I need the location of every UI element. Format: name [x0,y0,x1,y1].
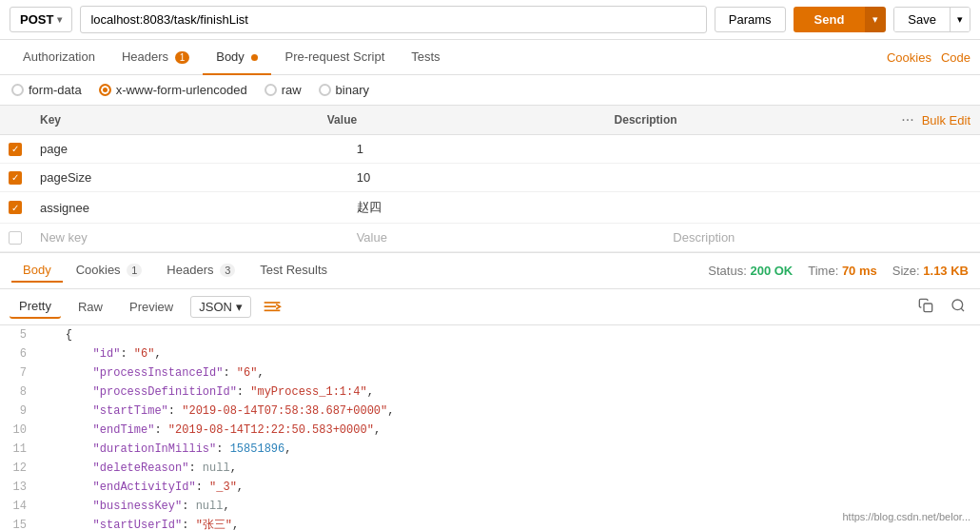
wrap-lines-icon[interactable] [263,299,282,316]
code-line: 10 "endTime": "2019-08-14T12:22:50.583+0… [0,421,980,440]
json-null: null [196,500,224,513]
format-tab-pretty[interactable]: Pretty [10,295,61,319]
row1-key[interactable]: page [30,135,347,163]
svg-line-5 [961,308,964,311]
row3-key[interactable]: assignee [30,194,347,222]
row3-checkbox[interactable]: ✓ [0,194,30,221]
json-plain: , [232,519,239,530]
row2-description[interactable] [663,171,980,185]
raw-radio-circle [265,84,277,96]
save-dropdown-button[interactable]: ▾ [950,8,970,31]
json-key: "processDefinitionId" [38,385,237,399]
row1-value[interactable]: 1 [347,135,664,163]
json-plain: , [374,423,381,437]
binary-radio[interactable]: binary [319,83,369,97]
code-link[interactable]: Code [941,50,970,65]
json-label: JSON [199,300,232,314]
code-line: 13 "endActivityId": "_3", [0,478,980,497]
search-button[interactable] [946,296,970,319]
send-dropdown-button[interactable]: ▾ [865,7,886,32]
bulk-edit-button[interactable]: Bulk Edit [922,113,970,128]
tab-tests[interactable]: Tests [398,40,453,75]
json-plain: { [38,328,72,342]
table-row: ✓ assignee 赵四 [0,192,980,224]
copy-button[interactable] [913,296,938,319]
save-button[interactable]: Save [894,8,950,31]
resp-tab-cookies[interactable]: Cookies 1 [65,259,154,283]
line-number: 11 [0,440,38,459]
row2-value[interactable]: 10 [347,164,664,191]
tab-authorization[interactable]: Authorization [10,40,108,75]
urlencoded-radio[interactable]: x-www-form-urlencoded [99,83,247,97]
line-number: 15 [0,516,38,530]
resp-tab-test-results[interactable]: Test Results [248,259,339,283]
description-header: Description [605,111,892,128]
time-value: 70 ms [842,264,877,278]
method-chevron-icon: ▾ [57,14,62,25]
row1-checkbox[interactable]: ✓ [0,136,30,163]
tab-prerequest[interactable]: Pre-request Script [271,40,398,75]
size-value: 1.13 KB [923,264,969,278]
line-content: "processDefinitionId": "myProcess_1:1:4"… [38,383,980,402]
json-plain: : [154,423,167,437]
cookies-link[interactable]: Cookies [887,50,931,65]
line-number: 14 [0,497,38,516]
tab-headers[interactable]: Headers 1 [108,40,203,75]
more-options-icon[interactable]: ··· [901,111,913,128]
format-tab-preview[interactable]: Preview [120,296,183,318]
form-data-radio[interactable]: form-data [11,83,82,97]
row2-key[interactable]: pageSize [30,164,347,191]
new-key-input[interactable]: New key [30,224,347,251]
code-line: 9 "startTime": "2019-08-14T07:58:38.687+… [0,402,980,421]
line-content: "startTime": "2019-08-14T07:58:38.687+00… [38,402,980,421]
method-button[interactable]: POST ▾ [10,7,72,32]
raw-radio[interactable]: raw [265,83,302,97]
url-input[interactable] [80,6,706,33]
params-button[interactable]: Params [715,7,786,32]
json-string: "2019-08-14T07:58:38.687+0000" [182,404,387,418]
row1-description[interactable] [663,143,980,156]
time-label: Time: 70 ms [808,264,877,278]
line-content: "durationInMillis": 15851896, [38,440,980,459]
table-header: Key Value Description [0,106,892,135]
json-string: "6" [237,366,258,380]
line-content: "processInstanceId": "6", [38,363,980,383]
row1-check-icon: ✓ [9,143,22,156]
format-tab-raw[interactable]: Raw [69,296,112,318]
resp-tab-body[interactable]: Body [11,259,63,283]
new-description-input[interactable]: Description [663,224,980,251]
resp-headers-badge: 3 [220,264,235,277]
json-plain: : [237,385,250,399]
row2-checkbox[interactable]: ✓ [0,165,30,191]
json-format-dropdown[interactable]: JSON ▾ [190,296,251,318]
send-button[interactable]: Send [794,7,866,32]
resp-tab-headers[interactable]: Headers 3 [155,259,246,283]
new-row-checkbox-empty [9,231,22,245]
json-plain: : [188,461,202,475]
tabs-right-links: Cookies Code [887,50,970,65]
send-group: Send ▾ [794,7,887,32]
json-plain: , [154,347,161,361]
json-plain: : [196,481,209,494]
code-line: 6 "id": "6", [0,344,980,363]
row3-description[interactable] [663,201,980,214]
form-data-radio-circle [11,84,24,96]
table-header-row: Key Value Description ··· Bulk Edit [0,106,980,135]
json-plain: , [284,442,291,456]
response-code-area: 5 {6 "id": "6",7 "processInstanceId": "6… [0,325,980,530]
new-value-input[interactable]: Value [347,224,664,251]
line-content: "businessKey": null, [38,497,980,516]
row2-check-icon: ✓ [9,171,22,185]
code-line: 12 "deleteReason": null, [0,459,980,478]
row3-value[interactable]: 赵四 [347,192,664,223]
line-number: 6 [0,344,38,363]
line-content: "endTime": "2019-08-14T12:22:50.583+0000… [38,421,980,440]
response-bar: Body Cookies 1 Headers 3 Test Results St… [0,252,980,289]
tab-body[interactable]: Body [203,40,271,75]
json-key: "deleteReason" [38,461,188,475]
line-number: 13 [0,478,38,497]
row3-check-icon: ✓ [9,201,22,214]
new-row-checkbox[interactable] [0,225,30,251]
line-content: "startUserId": "张三", [38,516,980,530]
line-number: 9 [0,402,38,421]
